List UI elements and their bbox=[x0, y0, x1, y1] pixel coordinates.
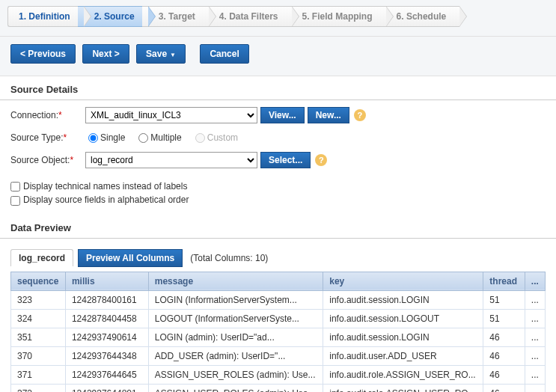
data-preview-title: Data Preview bbox=[0, 215, 556, 239]
wizard-steps: 1. Definition 2. Source 3. Target 4. Dat… bbox=[0, 0, 556, 37]
table-row[interactable]: 3231242878400161LOGIN (InformationServer… bbox=[11, 290, 546, 309]
step-label: 2. Source bbox=[94, 11, 135, 22]
action-bar: < Previous Next > Save Cancel bbox=[0, 37, 556, 76]
cell-sequence: 370 bbox=[11, 346, 66, 365]
cell-thread: 46 bbox=[483, 346, 525, 365]
cell-more: ... bbox=[525, 346, 545, 365]
cell-thread: 46 bbox=[483, 365, 525, 384]
technical-names-label: Display technical names instead of label… bbox=[23, 181, 187, 192]
cell-key: info.audit.session.LOGIN bbox=[323, 328, 483, 346]
cell-message: LOGIN (InformationServerSystem... bbox=[148, 290, 323, 309]
cell-thread: 46 bbox=[483, 384, 525, 392]
col-message[interactable]: message bbox=[148, 272, 323, 290]
cell-more: ... bbox=[525, 384, 545, 392]
cell-key: info.audit.session.LOGOUT bbox=[323, 309, 483, 328]
step-label: 1. Definition bbox=[19, 11, 70, 22]
step-label: 3. Target bbox=[159, 11, 195, 22]
col-sequence[interactable]: sequence bbox=[11, 272, 66, 290]
source-type-custom-radio bbox=[195, 133, 205, 143]
cell-thread: 51 bbox=[483, 309, 525, 328]
previous-button[interactable]: < Previous bbox=[10, 44, 76, 64]
help-icon[interactable]: ? bbox=[315, 154, 327, 166]
table-row[interactable]: 3241242878404458LOGOUT (InformationServe… bbox=[11, 309, 546, 328]
cell-more: ... bbox=[525, 290, 545, 309]
cell-sequence: 323 bbox=[11, 290, 66, 309]
cell-key: info.audit.session.LOGIN bbox=[323, 290, 483, 309]
source-details-form: Connection:* XML_audit_linux_ICL3 View..… bbox=[0, 106, 556, 180]
table-row[interactable]: 3701242937644348ADD_USER (admin): UserID… bbox=[11, 346, 546, 365]
cell-key: info.audit.user.ADD_USER bbox=[323, 346, 483, 365]
cell-millis: 1242937644801 bbox=[65, 384, 148, 392]
preview-tab-log-record[interactable]: log_record bbox=[10, 249, 73, 266]
preview-all-columns-button[interactable]: Preview All Columns bbox=[78, 249, 183, 267]
alphabetical-order-label: Display source fields in alphabetical or… bbox=[23, 195, 189, 205]
cell-key: info.audit.role.ASSIGN_USER_RO... bbox=[323, 384, 483, 392]
cell-sequence: 372 bbox=[11, 384, 66, 392]
source-type-multiple-label: Multiple bbox=[150, 132, 181, 143]
cell-message: ASSIGN_USER_ROLES (admin): Use... bbox=[148, 384, 323, 392]
data-preview-table: sequence millis message key thread ... 3… bbox=[10, 272, 546, 392]
source-object-select[interactable]: log_record bbox=[85, 152, 257, 168]
technical-names-checkbox[interactable] bbox=[10, 182, 20, 192]
cell-message: LOGOUT (InformationServerSyste... bbox=[148, 309, 323, 328]
data-preview-toolbar: log_record Preview All Columns (Total Co… bbox=[0, 245, 556, 272]
table-header-row: sequence millis message key thread ... bbox=[11, 272, 546, 290]
cell-more: ... bbox=[525, 328, 545, 346]
source-details-title: Source Details bbox=[0, 76, 556, 100]
cell-key: info.audit.role.ASSIGN_USER_RO... bbox=[323, 365, 483, 384]
view-connection-button[interactable]: View... bbox=[260, 107, 305, 123]
cell-more: ... bbox=[525, 309, 545, 328]
cell-sequence: 351 bbox=[11, 328, 66, 346]
connection-label: Connection:* bbox=[10, 110, 85, 120]
cell-millis: 1242937644348 bbox=[65, 346, 148, 365]
cell-sequence: 371 bbox=[11, 365, 66, 384]
col-more[interactable]: ... bbox=[525, 272, 545, 290]
table-row[interactable]: 3511242937490614LOGIN (admin): UserID="a… bbox=[11, 328, 546, 346]
cell-sequence: 324 bbox=[11, 309, 66, 328]
cell-thread: 46 bbox=[483, 328, 525, 346]
total-columns-label: (Total Columns: 10) bbox=[190, 253, 268, 263]
select-source-object-button[interactable]: Select... bbox=[260, 152, 311, 168]
cell-message: ASSIGN_USER_ROLES (admin): Use... bbox=[148, 365, 323, 384]
source-type-label: Source Type:* bbox=[10, 132, 85, 143]
source-type-single-label: Single bbox=[100, 132, 125, 143]
table-row[interactable]: 3721242937644801ASSIGN_USER_ROLES (admin… bbox=[11, 384, 546, 392]
step-label: 6. Schedule bbox=[397, 11, 447, 22]
save-button[interactable]: Save bbox=[136, 44, 186, 64]
col-thread[interactable]: thread bbox=[483, 272, 525, 290]
step-definition[interactable]: 1. Definition bbox=[7, 6, 84, 27]
step-label: 4. Data Filters bbox=[219, 11, 278, 22]
col-millis[interactable]: millis bbox=[65, 272, 148, 290]
connection-select[interactable]: XML_audit_linux_ICL3 bbox=[85, 107, 257, 123]
cell-millis: 1242878404458 bbox=[65, 309, 148, 328]
alphabetical-order-checkbox[interactable] bbox=[10, 196, 20, 206]
cell-thread: 51 bbox=[483, 290, 525, 309]
next-button[interactable]: Next > bbox=[82, 44, 129, 64]
cell-message: LOGIN (admin): UserID="ad... bbox=[148, 328, 323, 346]
source-object-label: Source Object:* bbox=[10, 155, 85, 165]
cell-more: ... bbox=[525, 365, 545, 384]
step-field-mapping[interactable]: 5. Field Mapping bbox=[286, 6, 386, 27]
new-connection-button[interactable]: New... bbox=[308, 107, 349, 123]
cancel-button[interactable]: Cancel bbox=[200, 44, 248, 64]
step-label: 5. Field Mapping bbox=[302, 11, 373, 22]
cell-millis: 1242937644645 bbox=[65, 365, 148, 384]
col-key[interactable]: key bbox=[323, 272, 483, 290]
source-type-custom-label: Custom bbox=[207, 132, 238, 143]
cell-millis: 1242937490614 bbox=[65, 328, 148, 346]
cell-millis: 1242878400161 bbox=[65, 290, 148, 309]
help-icon[interactable]: ? bbox=[354, 109, 366, 121]
source-type-single-radio[interactable] bbox=[88, 133, 98, 143]
cell-message: ADD_USER (admin): UserID="... bbox=[148, 346, 323, 365]
source-type-multiple-radio[interactable] bbox=[138, 133, 148, 143]
table-row[interactable]: 3711242937644645ASSIGN_USER_ROLES (admin… bbox=[11, 365, 546, 384]
